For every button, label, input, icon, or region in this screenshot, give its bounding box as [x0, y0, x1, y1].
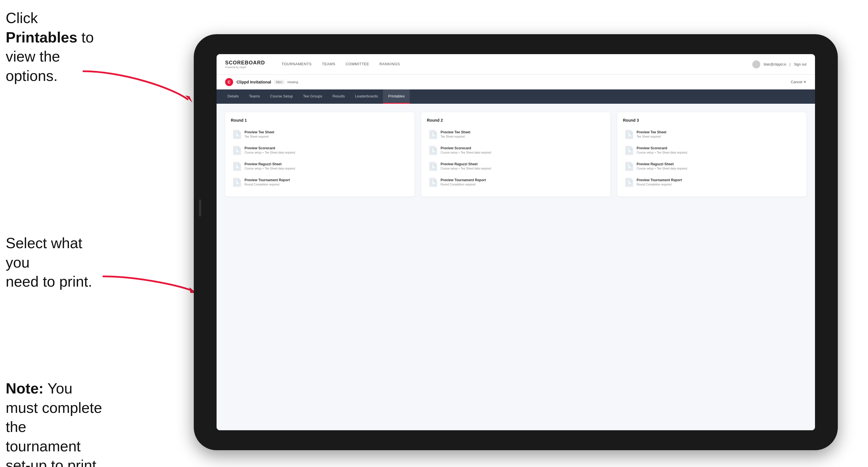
round3-tournament-report[interactable]: 📄 Preview Tournament Report Round Comple…	[623, 175, 801, 190]
instruction-bottom: Note: You must complete the tournament s…	[6, 379, 102, 467]
arrow-middle	[91, 265, 199, 299]
round1-raguzzi[interactable]: 📄 Preview Raguzzi Sheet Course setup + T…	[231, 159, 409, 174]
tab-bar: Details Teams Course Setup Tee Groups Re…	[217, 90, 815, 104]
raguzzi-title: Preview Raguzzi Sheet	[245, 162, 295, 167]
r2-tournament-report-icon: 📄	[429, 178, 437, 187]
nav-tournaments[interactable]: TOURNAMENTS	[276, 54, 317, 75]
r3-raguzzi-title: Preview Raguzzi Sheet	[637, 162, 687, 167]
tee-sheet-icon: 📄	[233, 130, 241, 139]
r2-scorecard-icon: 📄	[429, 146, 437, 155]
r2-tee-sheet-title: Preview Tee Sheet	[440, 130, 470, 135]
r3-raguzzi-icon: 📄	[625, 162, 633, 171]
tablet-side-button	[199, 199, 201, 217]
r2-raguzzi-icon: 📄	[429, 162, 437, 171]
top-nav: SCOREBOARD Powered by clippd TOURNAMENTS…	[217, 54, 815, 75]
r3-raguzzi-subtitle: Course setup + Tee Sheet data required	[637, 167, 687, 171]
scoreboard-logo: SCOREBOARD Powered by clippd	[225, 60, 265, 69]
tab-details[interactable]: Details	[222, 90, 244, 104]
top-nav-right: blair@clippd.io | Sign out	[752, 60, 806, 68]
tournament-badge: Men	[274, 80, 284, 84]
main-content: Round 1 📄 Preview Tee Sheet Tee Sheet re…	[217, 104, 815, 430]
tournament-name: Clippd Invitational	[237, 80, 271, 84]
nav-rankings[interactable]: RANKINGS	[374, 54, 405, 75]
round-1-column: Round 1 📄 Preview Tee Sheet Tee Sheet re…	[225, 112, 414, 196]
tablet-frame: SCOREBOARD Powered by clippd TOURNAMENTS…	[194, 34, 838, 450]
r2-tournament-report-title: Preview Tournament Report	[440, 178, 486, 183]
cancel-button[interactable]: Cancel ✕	[791, 80, 806, 84]
logo-sub: Powered by clippd	[225, 66, 265, 69]
tab-teams[interactable]: Teams	[244, 90, 265, 104]
tablet-screen: SCOREBOARD Powered by clippd TOURNAMENTS…	[217, 54, 815, 430]
r3-tee-sheet-subtitle: Tee Sheet required	[637, 135, 666, 139]
round1-scorecard[interactable]: 📄 Preview Scorecard Course setup + Tee S…	[231, 143, 409, 158]
round2-scorecard[interactable]: 📄 Preview Scorecard Course setup + Tee S…	[427, 143, 605, 158]
tab-tee-groups[interactable]: Tee Groups	[298, 90, 328, 104]
round3-scorecard[interactable]: 📄 Preview Scorecard Course setup + Tee S…	[623, 143, 801, 158]
round-2-column: Round 2 📄 Preview Tee Sheet Tee Sheet re…	[421, 112, 610, 196]
round-2-title: Round 2	[427, 118, 605, 123]
tab-printables[interactable]: Printables	[383, 90, 410, 104]
r3-scorecard-title: Preview Scorecard	[637, 146, 687, 151]
r2-raguzzi-title: Preview Raguzzi Sheet	[440, 162, 491, 167]
raguzzi-icon: 📄	[233, 162, 241, 171]
tee-sheet-subtitle: Tee Sheet required	[245, 135, 274, 139]
nav-teams[interactable]: TEAMS	[317, 54, 341, 75]
r3-tee-sheet-title: Preview Tee Sheet	[637, 130, 666, 135]
round-3-title: Round 3	[623, 118, 801, 123]
r3-tournament-report-subtitle: Round Completion required	[637, 183, 682, 187]
r2-raguzzi-subtitle: Course setup + Tee Sheet data required	[440, 167, 491, 171]
sign-out-link[interactable]: Sign out	[794, 62, 806, 66]
tab-leaderboards[interactable]: Leaderboards	[350, 90, 383, 104]
round2-raguzzi[interactable]: 📄 Preview Raguzzi Sheet Course setup + T…	[427, 159, 605, 174]
tournament-report-subtitle: Round Completion required	[245, 183, 290, 187]
round1-tournament-report[interactable]: 📄 Preview Tournament Report Round Comple…	[231, 175, 409, 190]
r3-tournament-report-title: Preview Tournament Report	[637, 178, 682, 183]
round3-raguzzi[interactable]: 📄 Preview Raguzzi Sheet Course setup + T…	[623, 159, 801, 174]
r2-scorecard-subtitle: Course setup + Tee Sheet data required	[440, 151, 491, 155]
user-avatar	[752, 60, 760, 68]
scorecard-icon: 📄	[233, 146, 241, 155]
pipe-separator: |	[789, 62, 790, 66]
logo-text: SCOREBOARD	[225, 60, 265, 66]
printables-bold: Printables	[6, 29, 77, 45]
tab-course-setup[interactable]: Course Setup	[265, 90, 298, 104]
r3-tournament-report-icon: 📄	[625, 178, 633, 187]
r3-scorecard-subtitle: Course setup + Tee Sheet data required	[637, 151, 687, 155]
tournament-logo: C	[225, 78, 233, 86]
top-nav-links: TOURNAMENTS TEAMS COMMITTEE RANKINGS	[276, 54, 752, 75]
tournament-status: Hosting	[287, 80, 298, 84]
round-3-column: Round 3 📄 Preview Tee Sheet Tee Sheet re…	[617, 112, 806, 196]
round2-tournament-report[interactable]: 📄 Preview Tournament Report Round Comple…	[427, 175, 605, 190]
user-email: blair@clippd.io	[764, 62, 786, 66]
round-1-title: Round 1	[231, 118, 409, 123]
rounds-grid: Round 1 📄 Preview Tee Sheet Tee Sheet re…	[225, 112, 806, 196]
r3-tee-sheet-icon: 📄	[625, 130, 633, 139]
r2-tee-sheet-subtitle: Tee Sheet required	[440, 135, 470, 139]
r3-scorecard-icon: 📄	[625, 146, 633, 155]
tournament-report-title: Preview Tournament Report	[245, 178, 290, 183]
r2-scorecard-title: Preview Scorecard	[440, 146, 491, 151]
tournament-header: C Clippd Invitational Men Hosting Cancel…	[217, 75, 815, 90]
tab-results[interactable]: Results	[328, 90, 350, 104]
nav-committee[interactable]: COMMITTEE	[341, 54, 374, 75]
tournament-report-icon: 📄	[233, 178, 241, 187]
raguzzi-subtitle: Course setup + Tee Sheet data required	[245, 167, 295, 171]
instruction-middle: Select what youneed to print.	[6, 234, 102, 291]
r2-tee-sheet-icon: 📄	[429, 130, 437, 139]
tee-sheet-title: Preview Tee Sheet	[245, 130, 274, 135]
r2-tournament-report-subtitle: Round Completion required	[440, 183, 486, 187]
round1-tee-sheet[interactable]: 📄 Preview Tee Sheet Tee Sheet required	[231, 127, 409, 142]
arrow-top	[66, 65, 197, 105]
round2-tee-sheet[interactable]: 📄 Preview Tee Sheet Tee Sheet required	[427, 127, 605, 142]
scorecard-title: Preview Scorecard	[245, 146, 295, 151]
scorecard-subtitle: Course setup + Tee Sheet data required	[245, 151, 295, 155]
round3-tee-sheet[interactable]: 📄 Preview Tee Sheet Tee Sheet required	[623, 127, 801, 142]
